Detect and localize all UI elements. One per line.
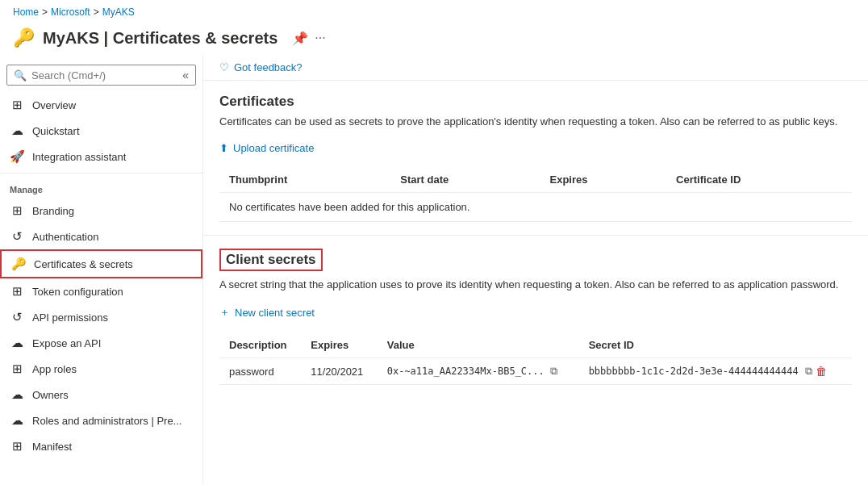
client-secrets-section: Client secrets A secret string that the … [203, 236, 868, 398]
breadcrumb-home[interactable]: Home [13, 6, 39, 18]
secrets-table-header-row: Description Expires Value Secret ID [219, 332, 852, 358]
integration-icon: 🚀 [10, 149, 24, 164]
key-icon: 🔑 [13, 27, 35, 48]
secret-id-cell-0: bbbbbbbb-1c1c-2d2d-3e3e-444444444444 ⧉ 🗑 [579, 358, 852, 385]
feedback-icon: ♡ [219, 61, 229, 73]
delete-secret-icon-0[interactable]: 🗑 [816, 365, 827, 378]
api-permissions-label: API permissions [32, 311, 108, 324]
col-start-date: Start date [390, 167, 540, 193]
breadcrumb-sep1: > [42, 6, 48, 18]
certificates-empty-message: No certificates have been added for this… [219, 193, 852, 222]
certificates-section: Certificates Certificates can be used as… [203, 81, 868, 235]
col-expires: Expires [540, 167, 667, 193]
manifest-label: Manifest [32, 441, 72, 453]
col-thumbprint: Thumbprint [219, 167, 390, 193]
expose-api-icon: ☁ [10, 336, 24, 350]
sidebar-top-items: ⊞Overview☁Quickstart🚀Integration assista… [0, 92, 202, 169]
secret-description-0: password [219, 358, 301, 385]
header-actions: 📌 ··· [292, 31, 325, 46]
secret-value-cell-0: 0x-~a11a_AA22334Mx-BB5_C... ⧉ [378, 358, 579, 385]
collapse-icon[interactable]: « [182, 69, 189, 82]
roles-admins-label: Roles and administrators | Pre... [32, 415, 182, 427]
owners-label: Owners [32, 389, 69, 401]
app-roles-label: App roles [32, 363, 77, 375]
manage-section-label: Manage [0, 177, 202, 198]
breadcrumb: Home > Microsoft > MyAKS [0, 0, 868, 24]
upload-icon: ⬆ [219, 142, 228, 154]
breadcrumb-microsoft[interactable]: Microsoft [51, 6, 90, 18]
pin-icon[interactable]: 📌 [292, 31, 308, 46]
copy-value-icon-0[interactable]: ⧉ [550, 365, 557, 377]
table-row: password 11/20/2021 0x-~a11a_AA22334Mx-B… [219, 358, 852, 385]
more-icon[interactable]: ··· [315, 31, 325, 46]
col-value: Value [378, 332, 579, 358]
breadcrumb-sep2: > [94, 6, 99, 18]
upload-certificate-button[interactable]: ⬆ Upload certificate [219, 139, 852, 157]
token-label: Token configuration [32, 286, 123, 298]
feedback-bar[interactable]: ♡ Got feedback? [203, 55, 868, 81]
secrets-table-body: password 11/20/2021 0x-~a11a_AA22334Mx-B… [219, 358, 852, 385]
certificates-table-header-row: Thumbprint Start date Expires Certificat… [219, 167, 852, 193]
integration-label: Integration assistant [32, 151, 126, 163]
manifest-icon: ⊞ [10, 439, 24, 454]
page-title: MyAKS | Certificates & secrets [43, 29, 278, 48]
authentication-icon: ↺ [10, 229, 24, 244]
api-permissions-icon: ↺ [10, 310, 24, 324]
sidebar-item-overview[interactable]: ⊞Overview [0, 92, 202, 118]
client-secrets-heading: Client secrets [219, 249, 323, 271]
sidebar-item-api-permissions[interactable]: ↺API permissions [0, 304, 202, 330]
sidebar-search-container: 🔍 « [6, 65, 196, 86]
sidebar-item-app-roles[interactable]: ⊞App roles [0, 356, 202, 382]
col-cert-id: Certificate ID [666, 167, 852, 193]
overview-icon: ⊞ [10, 98, 24, 112]
sidebar-item-owners[interactable]: ☁Owners [0, 382, 202, 408]
col-expires: Expires [301, 332, 377, 358]
sidebar-item-quickstart[interactable]: ☁Quickstart [0, 118, 202, 144]
page-header: 🔑 MyAKS | Certificates & secrets 📌 ··· [0, 24, 868, 55]
overview-label: Overview [32, 99, 76, 111]
sidebar: 🔍 « ⊞Overview☁Quickstart🚀Integration ass… [0, 55, 203, 485]
sidebar-divider-manage [0, 173, 202, 174]
expose-api-label: Expose an API [32, 337, 101, 349]
quickstart-label: Quickstart [32, 125, 80, 137]
sidebar-item-roles-admins[interactable]: ☁Roles and administrators | Pre... [0, 408, 202, 433]
secret-id-0: bbbbbbbb-1c1c-2d2d-3e3e-444444444444 [589, 366, 799, 377]
certificates-table: Thumbprint Start date Expires Certificat… [219, 167, 852, 222]
branding-label: Branding [32, 205, 74, 217]
certificates-description: Certificates can be used as secrets to p… [219, 115, 852, 129]
certificates-label: Certificates & secrets [34, 258, 133, 270]
sidebar-item-authentication[interactable]: ↺Authentication [0, 224, 202, 249]
app-roles-icon: ⊞ [10, 362, 24, 376]
authentication-label: Authentication [32, 231, 98, 243]
new-client-secret-button[interactable]: ＋ New client secret [219, 302, 852, 323]
certificates-empty-row: No certificates have been added for this… [219, 193, 852, 222]
search-icon: 🔍 [14, 69, 27, 82]
sidebar-item-branding[interactable]: ⊞Branding [0, 198, 202, 224]
certificates-heading: Certificates [219, 94, 852, 110]
secret-value-0: 0x-~a11a_AA22334Mx-BB5_C... [387, 366, 545, 377]
col-secret-id: Secret ID [579, 332, 852, 358]
breadcrumb-myaks[interactable]: MyAKS [102, 6, 135, 18]
sidebar-item-certificates[interactable]: 🔑Certificates & secrets [0, 249, 202, 278]
sidebar-item-integration[interactable]: 🚀Integration assistant [0, 144, 202, 169]
sidebar-manage-items: ⊞Branding↺Authentication🔑Certificates & … [0, 198, 202, 459]
sidebar-item-expose-api[interactable]: ☁Expose an API [0, 330, 202, 356]
owners-icon: ☁ [10, 387, 24, 402]
feedback-label[interactable]: Got feedback? [234, 61, 303, 73]
main-layout: 🔍 « ⊞Overview☁Quickstart🚀Integration ass… [0, 55, 868, 485]
search-input[interactable] [31, 69, 144, 82]
client-secrets-table: Description Expires Value Secret ID pass… [219, 332, 852, 385]
copy-id-icon-0[interactable]: ⧉ [805, 365, 812, 378]
branding-icon: ⊞ [10, 203, 24, 218]
quickstart-icon: ☁ [10, 123, 24, 138]
certificates-icon: 🔑 [11, 257, 26, 271]
client-secrets-description: A secret string that the application use… [219, 278, 852, 292]
content-area: ♡ Got feedback? Certificates Certificate… [203, 55, 868, 485]
token-icon: ⊞ [10, 284, 24, 299]
sidebar-item-manifest[interactable]: ⊞Manifest [0, 433, 202, 459]
new-secret-plus-icon: ＋ [219, 305, 230, 320]
secret-expires-0: 11/20/2021 [301, 358, 377, 385]
sidebar-item-token[interactable]: ⊞Token configuration [0, 278, 202, 304]
roles-admins-icon: ☁ [10, 413, 24, 428]
col-description: Description [219, 332, 301, 358]
